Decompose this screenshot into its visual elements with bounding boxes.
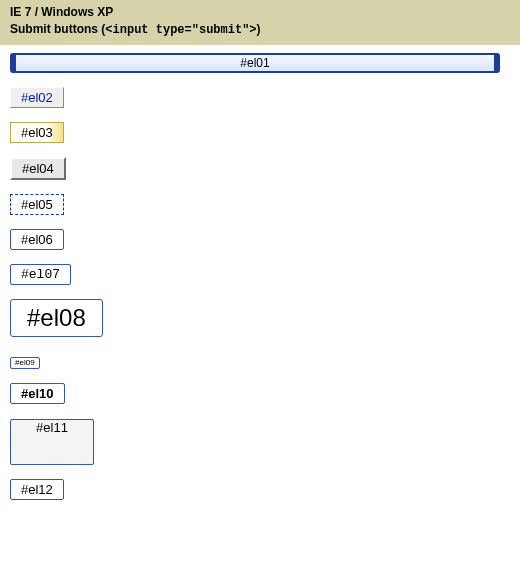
submit-el05[interactable]: #el05 bbox=[10, 194, 64, 215]
header-title: IE 7 / Windows XP bbox=[10, 4, 510, 21]
subtitle-suffix: ) bbox=[257, 22, 261, 36]
submit-el07[interactable]: #el07 bbox=[10, 264, 71, 285]
submit-el01[interactable]: #el01 bbox=[10, 53, 500, 73]
header: IE 7 / Windows XP Submit buttons (<input… bbox=[0, 0, 520, 45]
submit-el11[interactable]: #el11 bbox=[10, 419, 94, 465]
submit-el12[interactable]: #el12 bbox=[10, 479, 64, 500]
submit-el06[interactable]: #el06 bbox=[10, 229, 64, 250]
subtitle-code: <input type="submit"> bbox=[105, 23, 256, 37]
submit-el03[interactable]: #el03 bbox=[10, 122, 64, 143]
submit-el09[interactable]: #el09 bbox=[10, 357, 40, 369]
submit-el02[interactable]: #el02 bbox=[10, 87, 64, 108]
header-subtitle: Submit buttons (<input type="submit">) bbox=[10, 21, 510, 39]
subtitle-prefix: Submit buttons ( bbox=[10, 22, 105, 36]
submit-el04[interactable]: #el04 bbox=[10, 157, 66, 180]
examples-area: #el01 #el02 #el03 #el04 #el05 #el06 #el0… bbox=[0, 45, 520, 524]
submit-el10[interactable]: #el10 bbox=[10, 383, 65, 404]
submit-el08[interactable]: #el08 bbox=[10, 299, 103, 337]
